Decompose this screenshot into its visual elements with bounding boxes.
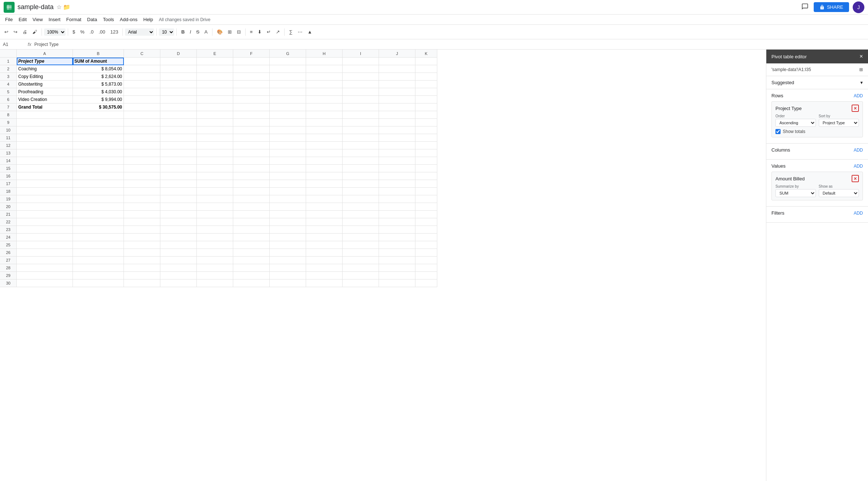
columns-add-button[interactable]: ADD bbox=[854, 148, 863, 153]
cell-h1[interactable] bbox=[306, 58, 343, 65]
row-num-22[interactable]: 22 bbox=[0, 218, 17, 226]
cell-k5[interactable] bbox=[415, 88, 437, 96]
menu-addons[interactable]: Add-ons bbox=[117, 15, 140, 25]
row-num-19[interactable]: 19 bbox=[0, 195, 17, 203]
row-num-11[interactable]: 11 bbox=[0, 134, 17, 142]
collapse-toolbar-button[interactable]: ▲ bbox=[305, 28, 314, 36]
values-field-remove-button[interactable]: × bbox=[852, 175, 859, 182]
cell-h2[interactable] bbox=[306, 65, 343, 73]
cell-h7[interactable] bbox=[306, 103, 343, 111]
cell-e1[interactable] bbox=[197, 58, 233, 65]
cell-i6[interactable] bbox=[343, 96, 379, 103]
filters-add-button[interactable]: ADD bbox=[854, 211, 863, 216]
show-as-select[interactable]: Default bbox=[819, 189, 859, 197]
values-add-button[interactable]: ADD bbox=[854, 164, 863, 169]
cell-d3[interactable] bbox=[160, 73, 197, 81]
cell-reference[interactable]: A1 bbox=[3, 42, 25, 47]
folder-icon[interactable]: 📁 bbox=[63, 4, 70, 11]
row-num-21[interactable]: 21 bbox=[0, 211, 17, 218]
cell-g6[interactable] bbox=[270, 96, 306, 103]
text-wrap-button[interactable]: ↵ bbox=[265, 28, 273, 36]
percent-button[interactable]: % bbox=[78, 28, 87, 36]
cell-e3[interactable] bbox=[197, 73, 233, 81]
cell-h4[interactable] bbox=[306, 81, 343, 88]
cell-f3[interactable] bbox=[233, 73, 270, 81]
cell-j7[interactable] bbox=[379, 103, 415, 111]
summarize-by-select[interactable]: SUM AVERAGE COUNT bbox=[775, 189, 816, 197]
cell-f1[interactable] bbox=[233, 58, 270, 65]
row-num-5[interactable]: 5 bbox=[0, 88, 17, 96]
row-num-6[interactable]: 6 bbox=[0, 96, 17, 103]
cell-d1[interactable] bbox=[160, 58, 197, 65]
cell-a6[interactable]: Video Creation bbox=[17, 96, 73, 103]
col-header-h[interactable]: H bbox=[306, 50, 343, 58]
font-select[interactable]: Arial bbox=[125, 28, 154, 36]
cell-d5[interactable] bbox=[160, 88, 197, 96]
text-rotate-button[interactable]: ↗ bbox=[274, 28, 282, 36]
zoom-select[interactable]: 100% bbox=[44, 28, 66, 36]
halign-button[interactable]: ≡ bbox=[248, 28, 255, 36]
row-num-26[interactable]: 26 bbox=[0, 249, 17, 257]
col-header-e[interactable]: E bbox=[197, 50, 233, 58]
cell-j3[interactable] bbox=[379, 73, 415, 81]
cell-e2[interactable] bbox=[197, 65, 233, 73]
cell-e6[interactable] bbox=[197, 96, 233, 103]
cell-b8[interactable] bbox=[73, 111, 124, 119]
row-num-24[interactable]: 24 bbox=[0, 234, 17, 241]
cell-j2[interactable] bbox=[379, 65, 415, 73]
comments-button[interactable] bbox=[800, 1, 810, 13]
cell-g3[interactable] bbox=[270, 73, 306, 81]
cell-g7[interactable] bbox=[270, 103, 306, 111]
menu-format[interactable]: Format bbox=[63, 15, 84, 25]
cell-d4[interactable] bbox=[160, 81, 197, 88]
row-num-16[interactable]: 16 bbox=[0, 172, 17, 180]
pivot-close-button[interactable]: × bbox=[860, 53, 863, 60]
cell-f5[interactable] bbox=[233, 88, 270, 96]
cell-a7[interactable]: Grand Total bbox=[17, 103, 73, 111]
row-num-7[interactable]: 7 bbox=[0, 103, 17, 111]
cell-a3[interactable]: Copy Editing bbox=[17, 73, 73, 81]
row-num-8[interactable]: 8 bbox=[0, 111, 17, 119]
share-button[interactable]: SHARE bbox=[814, 2, 849, 12]
cell-h6[interactable] bbox=[306, 96, 343, 103]
cell-a8[interactable] bbox=[17, 111, 73, 119]
cell-e4[interactable] bbox=[197, 81, 233, 88]
italic-button[interactable]: I bbox=[188, 28, 193, 36]
cell-k4[interactable] bbox=[415, 81, 437, 88]
cell-j6[interactable] bbox=[379, 96, 415, 103]
cell-c5[interactable] bbox=[124, 88, 160, 96]
strikethrough-button[interactable]: S bbox=[194, 28, 202, 36]
cell-j1[interactable] bbox=[379, 58, 415, 65]
menu-data[interactable]: Data bbox=[84, 15, 100, 25]
cell-c3[interactable] bbox=[124, 73, 160, 81]
row-num-12[interactable]: 12 bbox=[0, 142, 17, 149]
row-num-1[interactable]: 1 bbox=[0, 58, 17, 65]
pivot-data-range-icon[interactable]: ⊞ bbox=[859, 67, 863, 72]
cell-k1[interactable] bbox=[415, 58, 437, 65]
col-header-c[interactable]: C bbox=[124, 50, 160, 58]
spreadsheet-area[interactable]: A B C D E F G H I J K 1 2 3 4 5 6 7 bbox=[0, 50, 766, 481]
paint-format-button[interactable]: 🖌 bbox=[30, 28, 39, 36]
cell-k2[interactable] bbox=[415, 65, 437, 73]
cell-g2[interactable] bbox=[270, 65, 306, 73]
cell-h5[interactable] bbox=[306, 88, 343, 96]
cell-g1[interactable] bbox=[270, 58, 306, 65]
valign-button[interactable]: ⬇ bbox=[255, 28, 264, 36]
row-num-2[interactable]: 2 bbox=[0, 65, 17, 73]
currency-button[interactable]: $ bbox=[70, 28, 77, 36]
font-size-select[interactable]: 10 bbox=[159, 28, 174, 36]
row-num-29[interactable]: 29 bbox=[0, 272, 17, 279]
cell-b4[interactable]: $ 5,873.00 bbox=[73, 81, 124, 88]
cell-a5[interactable]: Proofreading bbox=[17, 88, 73, 96]
cell-g4[interactable] bbox=[270, 81, 306, 88]
suggested-header[interactable]: Suggested ▾ bbox=[771, 80, 863, 85]
cell-f6[interactable] bbox=[233, 96, 270, 103]
col-header-i[interactable]: I bbox=[343, 50, 379, 58]
menu-edit[interactable]: Edit bbox=[16, 15, 30, 25]
print-button[interactable]: 🖨 bbox=[20, 28, 30, 36]
cell-a1[interactable]: Project Type bbox=[17, 58, 73, 65]
row-num-14[interactable]: 14 bbox=[0, 157, 17, 165]
merge-button[interactable]: ⊟ bbox=[235, 28, 243, 36]
col-header-f[interactable]: F bbox=[233, 50, 270, 58]
cell-c1[interactable] bbox=[124, 58, 160, 65]
